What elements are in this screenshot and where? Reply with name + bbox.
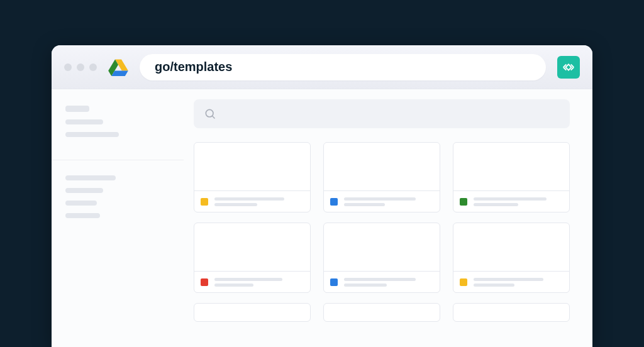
card-meta xyxy=(344,278,433,287)
template-card[interactable] xyxy=(194,303,311,322)
sidebar-item[interactable] xyxy=(65,188,103,193)
card-meta xyxy=(474,197,563,206)
card-footer xyxy=(194,190,310,212)
link-icon xyxy=(562,60,575,74)
template-card[interactable] xyxy=(194,142,311,212)
sidebar-item[interactable] xyxy=(65,201,97,206)
card-preview xyxy=(194,143,310,190)
template-card[interactable] xyxy=(323,303,440,322)
search-icon xyxy=(204,107,216,120)
search-input[interactable] xyxy=(194,99,570,128)
titlebar: go/templates xyxy=(52,45,592,89)
card-footer xyxy=(453,190,569,212)
template-card[interactable] xyxy=(323,223,440,293)
sidebar-item[interactable] xyxy=(65,106,89,112)
google-drive-icon xyxy=(108,58,128,76)
card-footer xyxy=(324,190,440,212)
template-card[interactable] xyxy=(453,142,570,212)
file-type-chip xyxy=(460,198,467,206)
card-footer xyxy=(194,271,310,292)
card-footer xyxy=(324,271,440,292)
window-controls xyxy=(64,63,97,71)
card-preview xyxy=(194,223,310,271)
card-meta xyxy=(214,278,304,287)
svg-line-4 xyxy=(213,116,215,119)
card-meta xyxy=(474,278,563,287)
file-type-chip xyxy=(201,278,208,286)
card-preview xyxy=(324,143,440,190)
sidebar-separator xyxy=(52,160,184,160)
file-type-chip xyxy=(330,278,338,286)
sidebar-item[interactable] xyxy=(65,119,103,124)
template-card[interactable] xyxy=(453,223,570,293)
card-footer xyxy=(453,271,569,292)
sidebar-item[interactable] xyxy=(65,213,100,218)
card-preview xyxy=(453,143,569,190)
maximize-dot[interactable] xyxy=(89,63,97,71)
svg-point-3 xyxy=(206,109,213,117)
sidebar xyxy=(52,89,184,347)
file-type-chip xyxy=(460,278,467,286)
close-dot[interactable] xyxy=(64,63,72,71)
omnibox[interactable]: go/templates xyxy=(140,54,546,80)
template-card[interactable] xyxy=(194,223,311,293)
sidebar-item[interactable] xyxy=(65,132,119,137)
minimize-dot[interactable] xyxy=(77,63,84,71)
omnibox-text: go/templates xyxy=(155,60,232,74)
template-card[interactable] xyxy=(323,142,440,212)
workspace xyxy=(52,89,592,347)
card-meta xyxy=(344,197,433,206)
sidebar-item[interactable] xyxy=(65,175,116,180)
card-preview xyxy=(324,223,440,271)
card-meta xyxy=(214,197,304,206)
card-preview xyxy=(453,223,569,271)
template-grid xyxy=(194,142,570,322)
template-card[interactable] xyxy=(453,303,570,322)
file-type-chip xyxy=(201,198,208,206)
extension-badge[interactable] xyxy=(557,56,580,79)
app-window: go/templates xyxy=(52,45,592,347)
file-type-chip xyxy=(330,198,338,206)
main-area xyxy=(184,89,592,347)
